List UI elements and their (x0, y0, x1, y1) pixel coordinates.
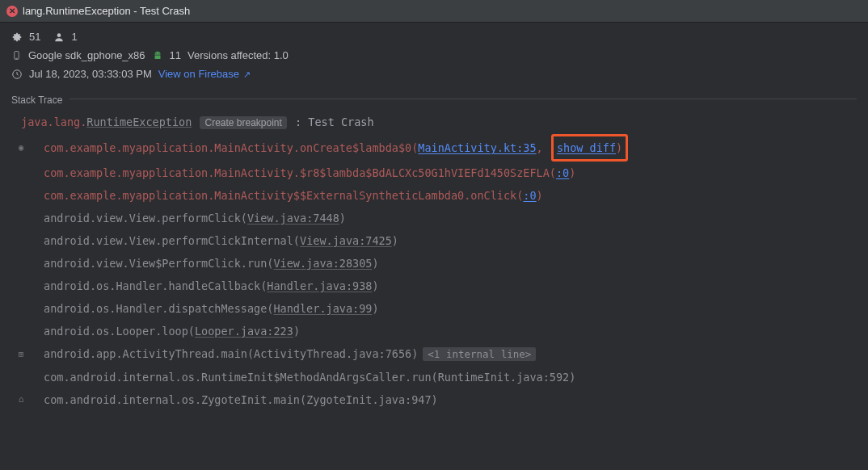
svg-rect-1 (15, 52, 19, 60)
source-location: ZygoteInit.java:947 (306, 393, 431, 406)
titlebar: ✕ lang.RuntimeException - Test Crash (0, 0, 868, 23)
frame-method: com.example.myapplication.MainActivity.$… (44, 166, 550, 179)
source-link[interactable]: :0 (556, 166, 569, 179)
plus-gutter-icon[interactable]: ⊞ (15, 342, 27, 366)
stack-trace-label: Stack Trace (0, 90, 868, 107)
exception-message: Test Crash (308, 115, 373, 128)
frame-method: android.view.View.performClickInternal (44, 234, 293, 247)
paren-close: ) (372, 279, 378, 292)
separator: , (537, 141, 550, 154)
frame-method: android.os.Handler.dispatchMessage (44, 302, 267, 315)
source-link[interactable]: Handler.java:938 (267, 279, 372, 292)
frame-method: com.example.myapplication.MainActivity.o… (44, 141, 411, 154)
stack-frame: android.view.View.performClick(View.java… (11, 207, 857, 229)
source-link[interactable]: View.java:7425 (300, 234, 392, 247)
svg-point-0 (57, 33, 61, 37)
stack-frame: com.example.myapplication.MainActivity.$… (11, 162, 857, 184)
svg-point-4 (158, 52, 159, 53)
paren-open: ( (188, 325, 195, 338)
internal-lines-badge[interactable]: <1 internal line> (423, 347, 536, 361)
source-link[interactable]: :0 (523, 189, 536, 202)
stack-frame: ⊞android.app.ActivityThread.main(Activit… (11, 342, 857, 366)
user-count: 1 (71, 31, 77, 43)
paren-close: ) (537, 189, 543, 202)
versions-affected: Versions affected: 1.0 (188, 49, 289, 61)
stack-frame: android.os.Handler.dispatchMessage(Handl… (11, 297, 857, 320)
user-count-icon (53, 31, 65, 43)
crash-count: 51 (29, 31, 40, 43)
paren-close: ) (339, 212, 346, 225)
svg-point-3 (155, 52, 156, 53)
source-link[interactable]: View.java:7448 (247, 212, 339, 225)
crash-count-icon (11, 31, 23, 43)
source-link[interactable]: Handler.java:99 (273, 302, 372, 315)
device-row: Google sdk_gphone_x86 11 Versions affect… (11, 49, 857, 61)
crash-meta: 51 1 Google sdk_gphone_x86 11 Versions a… (0, 23, 868, 90)
stack-frame: com.android.internal.os.RuntimeInit$Meth… (11, 366, 857, 388)
device-icon (11, 50, 22, 61)
source-link[interactable]: MainActivity.kt:35 (418, 141, 536, 154)
show-diff-link[interactable]: show diff (557, 141, 616, 154)
stack-trace: java.lang.RuntimeException Create breakp… (0, 107, 868, 422)
stack-frame: ⌂com.android.internal.os.ZygoteInit.main… (11, 388, 857, 411)
shield-gutter-icon[interactable]: ◉ (15, 134, 27, 162)
home-gutter-icon[interactable]: ⌂ (15, 388, 27, 411)
external-link-icon: ↗ (241, 69, 251, 79)
api-level: 11 (170, 49, 181, 61)
stack-frame: android.os.Handler.handleCallback(Handle… (11, 275, 857, 297)
paren-close: ) (372, 257, 378, 270)
counts-row: 51 1 (11, 31, 857, 43)
frame-method: android.os.Handler.handleCallback (44, 279, 260, 292)
source-link[interactable]: Looper.java:223 (195, 325, 293, 338)
exception-class[interactable]: RuntimeException (86, 115, 192, 128)
window-title: lang.RuntimeException - Test Crash (23, 5, 190, 17)
android-icon (152, 50, 163, 61)
source-link[interactable]: View.java:28305 (273, 257, 372, 270)
frame-method: android.view.View$PerformClick.run (44, 257, 267, 270)
frame-method: android.view.View.performClick (44, 212, 241, 225)
stack-frame: ◉com.example.myapplication.MainActivity.… (11, 134, 857, 162)
paren-close: ) (616, 141, 622, 154)
exception-sep: : (289, 115, 308, 128)
device-name: Google sdk_gphone_x86 (28, 49, 145, 61)
paren-open: ( (432, 371, 438, 384)
paren-open: ( (300, 393, 306, 406)
paren-open: ( (293, 234, 300, 247)
frame-method: com.example.myapplication.MainActivity$$… (44, 189, 516, 202)
frame-method: android.os.Looper.loop (44, 325, 188, 338)
paren-close: ) (569, 166, 575, 179)
firebase-link-label: View on Firebase (158, 68, 239, 80)
paren-close: ) (293, 325, 300, 338)
paren-close: ) (372, 302, 378, 315)
frame-method: android.app.ActivityThread.main (44, 347, 247, 360)
create-breakpoint-button[interactable]: Create breakpoint (200, 116, 286, 129)
stack-frame: android.view.View.performClickInternal(V… (11, 229, 857, 252)
view-on-firebase-link[interactable]: View on Firebase ↗ (158, 68, 251, 80)
timestamp-row: Jul 18, 2023, 03:33:03 PM View on Fireba… (11, 68, 857, 80)
paren-close: ) (392, 234, 398, 247)
exception-package: java.lang. (21, 115, 86, 128)
stack-frame: android.view.View$PerformClick.run(View.… (11, 252, 857, 275)
stack-frame: com.example.myapplication.MainActivity$$… (11, 184, 857, 207)
close-icon[interactable]: ✕ (6, 6, 18, 17)
paren-close: ) (569, 371, 575, 384)
frame-method: com.android.internal.os.RuntimeInit$Meth… (44, 371, 432, 384)
crash-timestamp: Jul 18, 2023, 03:33:03 PM (29, 68, 152, 80)
source-location: ActivityThread.java:7656 (254, 347, 411, 360)
source-location: RuntimeInit.java:592 (438, 371, 570, 384)
paren-open: ( (550, 166, 556, 179)
svg-rect-5 (154, 55, 160, 59)
paren-open: ( (241, 212, 247, 225)
paren-close: ) (411, 347, 418, 360)
exception-line: java.lang.RuntimeException Create breakp… (11, 111, 857, 134)
clock-icon (11, 69, 23, 80)
frame-method: com.android.internal.os.ZygoteInit.main (44, 393, 300, 406)
stack-frame: android.os.Looper.loop(Looper.java:223) (11, 320, 857, 342)
paren-open: ( (247, 347, 254, 360)
show-diff-highlight: show diff) (551, 134, 628, 162)
paren-close: ) (432, 393, 438, 406)
